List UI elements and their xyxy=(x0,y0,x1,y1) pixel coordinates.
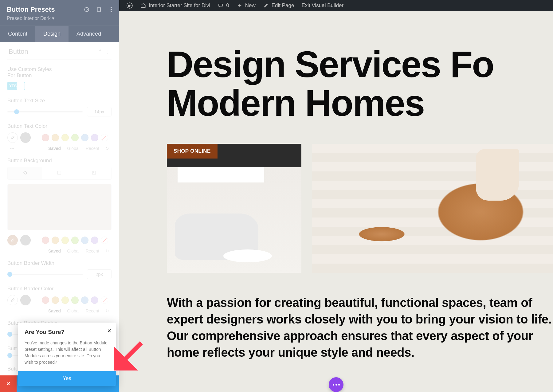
toggle-use-custom[interactable]: YES xyxy=(7,82,25,90)
svg-point-2 xyxy=(86,9,88,10)
exit-vb-link[interactable]: Exit Visual Builder xyxy=(298,0,347,11)
section-button[interactable]: Button ˄ ⋮ xyxy=(7,42,112,60)
color-picker-icon[interactable] xyxy=(7,132,18,143)
preset-name: Interior Dark xyxy=(24,16,51,21)
swatches-border xyxy=(7,295,112,305)
bg-tab-image[interactable] xyxy=(77,167,111,179)
cancel-button[interactable] xyxy=(0,375,17,392)
refresh-icon2[interactable]: ↻ xyxy=(105,249,109,253)
swatch-blue3[interactable] xyxy=(81,296,88,304)
swatch-blue2[interactable] xyxy=(81,237,88,244)
dots-icon[interactable]: ••• xyxy=(10,146,14,151)
svg-point-9 xyxy=(93,172,94,173)
site-home-link[interactable]: Interior Starter Site for Divi xyxy=(136,0,214,11)
exit-vb-label: Exit Visual Builder xyxy=(302,2,344,9)
hero-image-left: SHOP ONLINE xyxy=(167,144,301,273)
bg-tab-color[interactable] xyxy=(8,167,42,179)
palette-recent2[interactable]: Recent xyxy=(86,249,99,253)
help-icon[interactable] xyxy=(83,6,90,13)
swatch-green2[interactable] xyxy=(71,237,79,244)
swatch-none[interactable] xyxy=(101,134,108,141)
swatch-orange[interactable] xyxy=(52,134,59,141)
edit-page-label: Edit Page xyxy=(272,2,294,9)
refresh-icon[interactable]: ↻ xyxy=(105,146,109,151)
toggle-yes-label: YES xyxy=(9,84,17,88)
palette-saved3[interactable]: Saved xyxy=(48,308,61,313)
slider-border-width[interactable] xyxy=(7,274,83,275)
wp-logo[interactable] xyxy=(123,0,136,11)
swatch-yellow3[interactable] xyxy=(61,296,69,304)
dialog-body: You've made changes to the Button Module… xyxy=(25,340,109,366)
hero-title-line2: Modern Homes xyxy=(167,82,424,123)
page-canvas[interactable]: Design Services Fo Modern Homes SHOP ONL… xyxy=(119,11,553,392)
swatches-text-color xyxy=(7,132,112,143)
label-border-width: Button Border Width xyxy=(7,260,112,266)
hero-image-row: SHOP ONLINE xyxy=(167,144,553,273)
swatch-none2[interactable] xyxy=(101,237,108,244)
hero-title-line1: Design Services Fo xyxy=(167,44,494,85)
settings-tabs: Content Design Advanced xyxy=(0,25,119,42)
palette-recent3[interactable]: Recent xyxy=(86,308,99,313)
value-text-size[interactable]: 14px xyxy=(87,107,112,116)
palette-saved2[interactable]: Saved xyxy=(48,249,61,253)
swatch-grey3[interactable] xyxy=(20,295,31,305)
palette-recent[interactable]: Recent xyxy=(86,146,99,151)
hero-title: Design Services Fo Modern Homes xyxy=(167,45,553,122)
kebab-icon[interactable] xyxy=(108,6,115,13)
swatch-grey[interactable] xyxy=(20,132,31,143)
swatch-accent[interactable] xyxy=(7,235,18,245)
label-text-size: Button Text Size xyxy=(7,98,112,104)
tab-content[interactable]: Content xyxy=(0,26,35,42)
dots-icon xyxy=(333,384,340,386)
swatch-blue[interactable] xyxy=(81,134,88,141)
refresh-icon3[interactable]: ↻ xyxy=(105,308,109,313)
palette-saved[interactable]: Saved xyxy=(48,146,61,151)
edit-page-link[interactable]: Edit Page xyxy=(259,0,298,11)
swatch-yellow[interactable] xyxy=(61,134,69,141)
wordpress-icon xyxy=(127,2,133,9)
swatch-red2[interactable] xyxy=(42,237,49,244)
palette-global[interactable]: Global xyxy=(67,146,79,151)
swatch-purple[interactable] xyxy=(91,134,98,141)
swatch-grey2[interactable] xyxy=(20,235,31,245)
swatch-none3[interactable] xyxy=(101,296,108,304)
site-name: Interior Starter Site for Divi xyxy=(149,2,210,9)
plus-icon xyxy=(237,2,243,9)
palette-global2[interactable]: Global xyxy=(67,249,79,253)
home-icon xyxy=(140,2,146,9)
bg-tab-gradient[interactable] xyxy=(42,167,76,179)
tab-advanced[interactable]: Advanced xyxy=(69,26,109,42)
swatch-yellow2[interactable] xyxy=(61,237,69,244)
shop-online-button[interactable]: SHOP ONLINE xyxy=(167,144,218,159)
swatch-red[interactable] xyxy=(42,134,49,141)
bg-type-tabs xyxy=(7,167,112,180)
new-link[interactable]: New xyxy=(233,0,259,11)
value-border-width[interactable]: 2px xyxy=(87,269,112,279)
close-icon[interactable]: × xyxy=(107,327,111,335)
chevron-up-icon: ˄ ⋮ xyxy=(99,49,110,55)
confirm-dialog: × Are You Sure? You've made changes to t… xyxy=(18,323,116,386)
swatch-green[interactable] xyxy=(71,134,79,141)
label-border-color: Button Border Color xyxy=(7,286,112,292)
svg-point-1 xyxy=(84,7,89,12)
swatch-orange2[interactable] xyxy=(52,237,59,244)
swatch-orange3[interactable] xyxy=(52,296,59,304)
palette-global3[interactable]: Global xyxy=(67,308,79,313)
comments-link[interactable]: 0 xyxy=(214,0,233,11)
svg-point-5 xyxy=(111,9,112,10)
slider-text-size[interactable] xyxy=(7,111,83,112)
tab-design[interactable]: Design xyxy=(35,26,69,42)
dialog-yes-button[interactable]: Yes xyxy=(18,371,116,386)
divi-fab-button[interactable] xyxy=(329,377,343,392)
swatch-purple2[interactable] xyxy=(91,237,98,244)
responsive-icon[interactable] xyxy=(96,6,102,13)
bg-preview[interactable] xyxy=(7,184,112,230)
swatch-purple3[interactable] xyxy=(91,296,98,304)
preset-selector[interactable]: Preset: Interior Dark ▾ xyxy=(7,15,112,21)
swatch-green3[interactable] xyxy=(71,296,79,304)
section-title: Button xyxy=(9,48,28,56)
color-picker-icon2[interactable] xyxy=(7,295,18,305)
svg-rect-8 xyxy=(92,171,96,174)
svg-rect-7 xyxy=(58,171,61,174)
swatch-red3[interactable] xyxy=(42,296,49,304)
